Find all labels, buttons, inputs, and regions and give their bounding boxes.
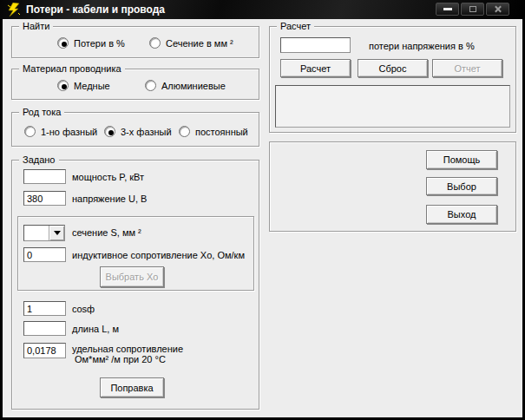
minimize-button[interactable] [436, 3, 459, 16]
maximize-icon [469, 6, 476, 12]
window-title: Потери - кабели и провода [26, 0, 165, 19]
radio-indicator [179, 126, 190, 137]
radio-three-phase[interactable]: 3-х фазный [104, 126, 172, 137]
find-groupbox-title: Найти [19, 21, 53, 32]
output-memo[interactable] [275, 85, 510, 128]
voltage-input[interactable] [23, 191, 66, 206]
resistivity-label-line2: Ом*мм² /м при 20 °С [75, 354, 166, 365]
current-type-groupbox-title: Род тока [19, 107, 64, 118]
inductive-resistance-label: индуктивное сопротивление Xo, Ом/км [72, 250, 245, 261]
power-label: мощность P, кВт [72, 172, 144, 183]
help-button[interactable]: Помощь [426, 150, 497, 169]
length-input[interactable] [23, 321, 66, 336]
radio-label: Алюминиевые [161, 81, 226, 91]
radio-indicator [57, 80, 69, 91]
radio-label: Потери в % [74, 38, 125, 49]
section-label: сечение S, мм ² [72, 227, 141, 239]
minimize-icon [443, 8, 452, 10]
section-select-value [24, 226, 49, 240]
section-select-dropdown-button[interactable] [49, 226, 64, 240]
select-button[interactable]: Выбор [426, 177, 497, 195]
result-input[interactable] [280, 37, 351, 53]
inductive-resistance-input[interactable] [23, 247, 66, 262]
voltage-label: напряжение U, В [72, 194, 147, 205]
radio-indicator [104, 126, 115, 137]
correction-button[interactable]: Поправка [100, 377, 164, 397]
close-icon [494, 5, 502, 13]
reset-button[interactable]: Сброс [358, 59, 428, 77]
radio-single-phase[interactable]: 1-но фазный [24, 126, 97, 137]
radio-section-mm2[interactable]: Сечение в мм ² [149, 37, 233, 49]
radio-indicator [145, 80, 156, 91]
radio-direct-current[interactable]: постоянный [179, 126, 248, 137]
app-window: Потери - кабели и провода Найти Потери в… [0, 0, 525, 420]
radio-indicator [57, 37, 69, 49]
choose-xo-button[interactable]: Выбрать Xo [100, 266, 164, 287]
calc-groupbox-title: Расчет [277, 21, 314, 32]
report-button[interactable]: Отчет [432, 59, 502, 77]
material-groupbox-title: Материал проводника [19, 63, 125, 75]
cos-phi-input[interactable] [23, 301, 66, 316]
radio-indicator [149, 37, 161, 49]
given-groupbox-title: Задано [19, 154, 59, 166]
radio-indicator [24, 126, 36, 137]
power-input[interactable] [23, 169, 66, 184]
maximize-button[interactable] [461, 3, 484, 16]
radio-label: постоянный [195, 127, 248, 137]
result-label: потери напряжения в % [369, 41, 475, 52]
radio-copper[interactable]: Медные [57, 80, 110, 91]
close-button[interactable] [486, 3, 509, 16]
section-select[interactable] [23, 225, 65, 241]
chevron-down-icon [54, 231, 61, 235]
radio-label: 1-но фазный [41, 127, 97, 137]
calc-button[interactable]: Расчет [280, 59, 351, 77]
title-bar: Потери - кабели и провода [0, 0, 525, 19]
radio-aluminum[interactable]: Алюминиевые [145, 80, 226, 91]
exit-button[interactable]: Выход [426, 205, 497, 224]
lightning-bolt-icon [7, 3, 22, 17]
cos-phi-label: cosф [72, 304, 95, 315]
radio-label: Сечение в мм ² [166, 38, 233, 49]
length-label: длина L, м [72, 324, 119, 335]
radio-losses-percent[interactable]: Потери в % [57, 37, 125, 49]
radio-label: 3-х фазный [121, 127, 172, 137]
radio-label: Медные [74, 81, 110, 91]
resistivity-input[interactable] [23, 343, 66, 358]
